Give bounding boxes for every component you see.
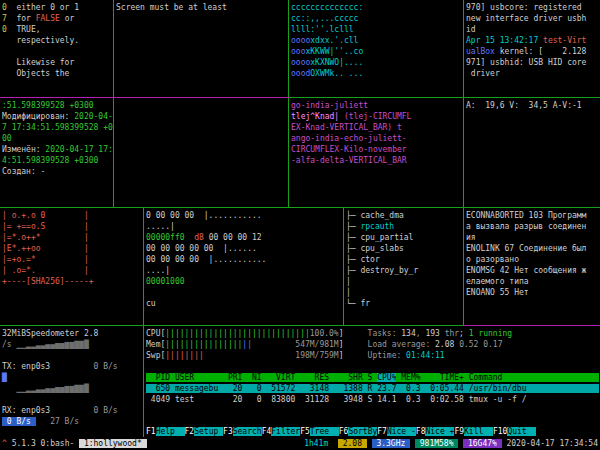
terminal-line: 00 00 00 00 |........... bbox=[146, 254, 344, 265]
text-segment: F4 bbox=[262, 427, 272, 436]
terminal-line: ├─ rpcauth bbox=[346, 221, 464, 232]
text-segment: 00 00 00 00 00 |...... bbox=[146, 244, 257, 253]
terminal-line: 00001000 bbox=[146, 276, 344, 287]
text-segment: F9 bbox=[454, 427, 464, 436]
text-segment: CPU[ bbox=[146, 329, 165, 338]
text-segment: Изменён: bbox=[2, 145, 45, 154]
terminal-line: /s ▁▁▂▂▃▃▄▄▅▅▆▆▇▇█ bbox=[2, 339, 144, 350]
pane-file-stat[interactable]: :51.598399528 +0300Модифицирован: 2020-0… bbox=[0, 98, 114, 208]
text-segment: 0:bash- bbox=[41, 439, 80, 448]
text-segment: 27 B/s bbox=[36, 417, 79, 426]
text-segment: 7 bbox=[2, 14, 16, 23]
text-segment: ├─ destroy_by_r bbox=[346, 266, 418, 275]
terminal-line: 00000ff0 d8 00 00 00 12 bbox=[146, 232, 344, 243]
pane-speedometer[interactable]: 32MiBSpeedometer 2.8/s ▁▁▂▂▃▃▄▄▅▅▆▆▇▇█ T… bbox=[0, 326, 144, 439]
pane-border-horizontal-1b[interactable] bbox=[289, 97, 600, 98]
text-segment: ▁▁▂▂▃▃▄▄▅▅▆▆▇▇█ bbox=[2, 384, 89, 393]
text-segment bbox=[367, 439, 372, 448]
text-segment: ] bbox=[339, 340, 368, 349]
pane-syslog[interactable]: 970] usbcore: registerednew interface dr… bbox=[464, 0, 600, 98]
pane-empty[interactable] bbox=[114, 98, 289, 208]
text-segment: Load average: bbox=[368, 340, 435, 349]
text-segment: 1h41m bbox=[304, 439, 328, 448]
text-segment: F2 bbox=[185, 427, 195, 436]
htop-function-key-bar[interactable]: F1Help F2Setup F3SearchF4FilterF5Tree F6… bbox=[146, 426, 536, 437]
text-segment: F3 bbox=[223, 427, 233, 436]
terminal-line: EX-Knad-VERTICAL_BAR) t bbox=[291, 122, 464, 133]
pane-phonetic[interactable]: go-india-julietttlej^Knad| (tlej-CIRCUMF… bbox=[289, 98, 464, 208]
terminal-line: ENOLINK 67 Соединение был bbox=[466, 243, 600, 254]
terminal-line: go-india-juliett bbox=[291, 100, 464, 111]
text-segment: A: 19,6 V: 34,5 A-V:-1 bbox=[466, 101, 582, 110]
pane-border-vertical-3[interactable] bbox=[463, 0, 464, 326]
text-segment: TRUE, bbox=[16, 25, 40, 34]
pane-screen-message[interactable]: Screen must be at least bbox=[114, 0, 289, 98]
text-segment: new interface driver usbh bbox=[466, 14, 586, 23]
text-segment: | .o=*. | bbox=[2, 266, 89, 275]
text-segment: 0 B/s bbox=[50, 406, 117, 415]
terminal-line: ├─ cpu_slabs bbox=[346, 243, 464, 254]
text-segment: ENOANO 55 Нет bbox=[466, 288, 529, 297]
pane-slab-tree[interactable]: ├─ cache_dma├─ rpcauth├─ cpu_partial├─ c… bbox=[344, 208, 464, 326]
text-segment: |= +==o.S | bbox=[2, 222, 89, 231]
text-segment: ualBox bbox=[466, 47, 495, 56]
text-segment: either 0 or 1 bbox=[16, 3, 79, 12]
text-segment: ├─ bbox=[346, 222, 360, 231]
text-segment: 0 B/s bbox=[2, 417, 36, 426]
text-segment: ENOLINK 67 Соединение был bbox=[466, 244, 586, 253]
pane-htop[interactable]: CPU[||||||||||||||||||||||||||||||100.0%… bbox=[144, 326, 600, 439]
pane-border-vertical-4[interactable] bbox=[143, 207, 144, 437]
pane-border-horizontal-3a[interactable] bbox=[0, 325, 463, 326]
terminal-line: | o.+.o 0 | bbox=[2, 210, 144, 221]
text-segment: ] bbox=[339, 329, 368, 338]
terminal-line: |= +==o.S | bbox=[2, 221, 144, 232]
terminal-line: 4049 test 20 0 83800 31128 3948 S 14.1 0… bbox=[146, 394, 600, 405]
terminal-line: | .o=*. | bbox=[2, 265, 144, 276]
terminal-line bbox=[146, 361, 600, 372]
text-segment: 2020-04-17 17:34:54 bbox=[502, 439, 598, 448]
text-segment: |||||||||||||||||||||||||||||| bbox=[165, 329, 310, 338]
status-window-list[interactable]: ^ 5.1.3 0:bash- 1:hollywood* bbox=[2, 437, 147, 450]
pane-hexdump[interactable]: 0 00 00 00 |................|00000ff0 d8… bbox=[144, 208, 344, 326]
terminal-line: |=*.o++* | bbox=[2, 232, 144, 243]
text-segment: ^ bbox=[2, 439, 12, 448]
terminal-line: driver bbox=[466, 68, 600, 79]
text-segment: Создан: - bbox=[2, 167, 45, 176]
text-segment: 00 00 00 12 bbox=[204, 233, 262, 242]
pane-border-horizontal-2[interactable] bbox=[0, 207, 600, 208]
terminal-line: ooooxKXNWO|.... bbox=[291, 57, 464, 68]
pane-ascii-art[interactable]: cccccccccccccc:cc::,,...cccccllll:''.lcl… bbox=[289, 0, 464, 98]
text-segment: | o.+.o 0 | bbox=[2, 211, 89, 220]
text-segment: xKKWW|''..co bbox=[305, 47, 363, 56]
text-segment: TX: enp0s3 bbox=[2, 362, 50, 371]
pane-sensors[interactable]: A: 19,6 V: 34,5 A-V:-1 bbox=[464, 98, 600, 208]
text-segment: 3.3GHz bbox=[372, 439, 411, 448]
terminal-line: └─ fr bbox=[346, 298, 464, 309]
text-segment: Setup bbox=[194, 427, 223, 436]
text-segment: MEM% TIME+ Command bbox=[396, 373, 598, 382]
pane-border-vertical-5[interactable] bbox=[343, 207, 344, 326]
pane-border-vertical-1[interactable] bbox=[113, 0, 114, 208]
text-segment: 00 bbox=[2, 134, 12, 143]
status-system-stats[interactable]: 1h41m 2.08 3.3GHz 981M58% 16G47% 2020-04… bbox=[304, 437, 598, 450]
text-segment: SortBy bbox=[348, 427, 377, 436]
pane-border-horizontal-3b[interactable] bbox=[463, 325, 600, 326]
text-segment: go-india-juliett bbox=[291, 101, 368, 110]
text-segment: └─ fr bbox=[346, 299, 370, 308]
text-segment: rpcauth bbox=[360, 222, 394, 231]
pane-ssh-randomart[interactable]: | o.+.o 0 ||= +==o.S ||=*.o++* ||E*.++oo… bbox=[0, 208, 144, 326]
terminal-line: RX: enp0s3 0 B/s bbox=[2, 405, 144, 416]
pane-border-vertical-2[interactable] bbox=[288, 0, 289, 208]
text-segment: ▁▁▂▂▃▃▄▄▅▅▆▆▇▇█ bbox=[16, 340, 88, 349]
text-segment: Tree bbox=[310, 427, 339, 436]
terminal-line: Screen must be at least bbox=[116, 2, 289, 13]
text-segment: ; bbox=[459, 329, 469, 338]
pane-errno-list[interactable]: ECONNABORTED 103 Программа вызвала разры… bbox=[464, 208, 600, 326]
pane-json-doc[interactable]: 0 either 0 or 17 for FALSE or0 TRUE, res… bbox=[0, 0, 114, 98]
text-segment: 32MiB bbox=[2, 329, 26, 338]
text-segment: kernel: [ 2.128 bbox=[495, 47, 587, 56]
text-segment: 650 messagebu 20 0 51572 3148 1388 R 23.… bbox=[146, 384, 599, 393]
pane-border-horizontal-1a[interactable] bbox=[0, 97, 289, 98]
terminal-line: Модифицирован: 2020-04-1 bbox=[2, 111, 114, 122]
text-segment: cc::,,...ccccc bbox=[291, 14, 358, 23]
